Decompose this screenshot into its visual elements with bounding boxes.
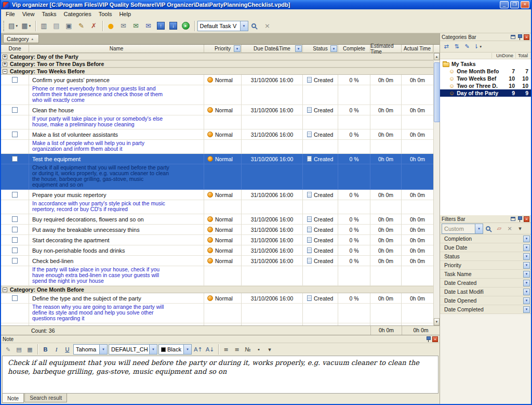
task-checkbox[interactable]: [12, 192, 18, 198]
bold-button[interactable]: B: [41, 344, 50, 355]
delete-task-button[interactable]: ✗: [88, 20, 100, 32]
task-row[interactable]: Buy non-perishable foods and drinksNorma…: [1, 245, 433, 256]
menu-categories[interactable]: Categories: [60, 10, 95, 18]
toolbar-grip[interactable]: [3, 21, 5, 31]
filter-row-date-last-modifi[interactable]: Date Last Modifi▼: [440, 288, 531, 296]
move-up-button[interactable]: ↑: [155, 20, 167, 32]
column-header-done[interactable]: Done: [1, 45, 29, 53]
column-header-due[interactable]: Due Date&Time▼: [242, 45, 303, 53]
filter-dropdown-arrow[interactable]: ▼: [523, 280, 530, 286]
edit-note-button[interactable]: ✎: [3, 344, 13, 355]
tab-search-result[interactable]: Search result: [24, 394, 67, 402]
delete-filter-button[interactable]: ×: [505, 224, 514, 233]
filter-row-date-created[interactable]: Date Created▼: [440, 279, 531, 288]
assign-category-button[interactable]: ⇄: [442, 42, 451, 51]
clear-search-button[interactable]: ×: [262, 20, 273, 32]
tree-item-category[interactable]: ☺Two or Three D.1010: [440, 82, 531, 89]
new-category-button[interactable]: ⇅: [452, 42, 461, 51]
new-task-button[interactable]: ▤▼: [7, 20, 19, 32]
combo-arrow-icon[interactable]: ▼: [99, 345, 107, 354]
insert-image-button[interactable]: ▤: [14, 344, 24, 355]
column-header-est[interactable]: Estimated Time: [370, 45, 402, 53]
filter-preset-combo[interactable]: Custom▼: [442, 224, 483, 234]
note-more-button[interactable]: ▾: [265, 344, 275, 355]
close-button[interactable]: ×: [521, 1, 529, 8]
task-checkbox[interactable]: [12, 156, 18, 162]
task-checkbox[interactable]: [12, 247, 18, 253]
email-button[interactable]: ✉: [118, 20, 129, 32]
filter-row-task-name[interactable]: Task Name▼: [440, 270, 531, 279]
expander-icon[interactable]: −: [3, 69, 7, 74]
scroll-down-button[interactable]: ▼: [434, 318, 440, 325]
font-combo[interactable]: Tahoma▼: [73, 344, 108, 355]
underline-button[interactable]: U: [62, 344, 72, 355]
color-combo[interactable]: Black▼: [158, 344, 192, 355]
tree-item-my-tasks[interactable]: My Tasks: [440, 60, 531, 68]
task-checkbox[interactable]: [12, 77, 18, 83]
align-center-button[interactable]: ≡: [232, 344, 242, 355]
grid-body[interactable]: +Category: Day of the Party+Category: Tw…: [1, 53, 433, 325]
expander-icon[interactable]: +: [3, 55, 7, 59]
print-button[interactable]: ▥: [38, 20, 50, 32]
task-checkbox[interactable]: [12, 295, 18, 301]
filter-dropdown-arrow[interactable]: ▼: [523, 236, 530, 242]
column-filter-arrow[interactable]: ▼: [330, 45, 337, 52]
column-filter-arrow[interactable]: ▼: [295, 45, 302, 52]
dock-icon[interactable]: [511, 35, 515, 39]
column-header-comp[interactable]: Complete: [338, 45, 370, 53]
filter-row-completion[interactable]: Completion▼: [440, 234, 531, 243]
column-filter-arrow[interactable]: ▼: [234, 45, 241, 52]
task-row[interactable]: Clean the houseNormal31/10/2006 16:00Cre…: [1, 105, 433, 115]
task-checkbox[interactable]: [12, 258, 18, 264]
task-row[interactable]: Start decorating the apartmentNormal31/1…: [1, 235, 433, 245]
minimize-button[interactable]: _: [500, 1, 509, 8]
pin-icon[interactable]: [517, 216, 522, 222]
filter-dropdown-arrow[interactable]: ▼: [523, 271, 530, 278]
column-header-prio[interactable]: Priority▼: [204, 45, 242, 53]
bullet-list-button[interactable]: •: [254, 344, 264, 355]
filter-dropdown-arrow[interactable]: ▼: [523, 262, 530, 269]
category-row[interactable]: +Category: Day of the Party: [1, 53, 433, 60]
sort-categories-button[interactable]: ⇂▼: [473, 42, 483, 51]
column-header-act[interactable]: Actual Time: [402, 45, 433, 53]
filter-dropdown-arrow[interactable]: ▼: [523, 244, 530, 251]
filter-row-priority[interactable]: Priority▼: [440, 261, 531, 270]
tree-item-category[interactable]: ☺Two Weeks Bef1010: [440, 75, 531, 82]
style-combo[interactable]: DEFAULT_CHAR▼: [109, 344, 157, 355]
filter-row-date-opened[interactable]: Date Opened▼: [440, 296, 531, 305]
filter-row-due-date[interactable]: Due Date▼: [440, 243, 531, 252]
dock-icon[interactable]: [511, 217, 515, 221]
find-tasks-button[interactable]: [249, 20, 261, 32]
decrease-font-button[interactable]: A↓: [205, 344, 216, 355]
note-close-icon[interactable]: ×: [432, 336, 438, 342]
tree-item-category[interactable]: ☺One Month Befo77: [440, 68, 531, 75]
pin-icon[interactable]: [517, 34, 522, 40]
numbered-list-button[interactable]: №: [243, 344, 253, 355]
tab-note[interactable]: Note: [2, 394, 24, 403]
align-left-button[interactable]: ≡: [221, 344, 231, 355]
save-note-button[interactable]: ▦: [25, 344, 35, 355]
export-button[interactable]: ✉: [143, 20, 154, 32]
column-header-name[interactable]: Name: [29, 45, 204, 53]
vertical-scrollbar[interactable]: ▲ ▼: [433, 45, 440, 325]
italic-button[interactable]: I: [51, 344, 61, 355]
column-options-button[interactable]: [434, 45, 440, 53]
increase-font-button[interactable]: A↑: [193, 344, 204, 355]
task-checkbox[interactable]: [12, 237, 18, 243]
category-row[interactable]: −Category: One Month Before: [1, 286, 433, 293]
send-email-button[interactable]: ✉: [130, 20, 142, 32]
menu-help[interactable]: Help: [115, 10, 135, 18]
task-row[interactable]: Confirm your guests' presenceNormal31/10…: [1, 75, 433, 85]
task-view-combo[interactable]: Default Task V▼: [197, 21, 248, 31]
categories-close-icon[interactable]: ×: [524, 34, 529, 40]
filter-row-status[interactable]: Status▼: [440, 252, 531, 261]
note-editor[interactable]: Check if all equipment that you will nee…: [2, 356, 438, 394]
filter-dropdown-arrow[interactable]: ▼: [523, 306, 530, 313]
move-down-button[interactable]: ↓: [168, 20, 179, 32]
menu-view[interactable]: View: [19, 10, 38, 18]
edit-task-button[interactable]: ✎: [76, 20, 87, 32]
task-row[interactable]: Test the equipmentNormal31/10/2006 16:00…: [1, 154, 433, 164]
task-row[interactable]: Buy required decorations, flowers and so…: [1, 214, 433, 225]
combo-arrow-icon[interactable]: ▼: [183, 345, 191, 354]
task-row[interactable]: Make a list of volunteer assistantsNorma…: [1, 129, 433, 140]
